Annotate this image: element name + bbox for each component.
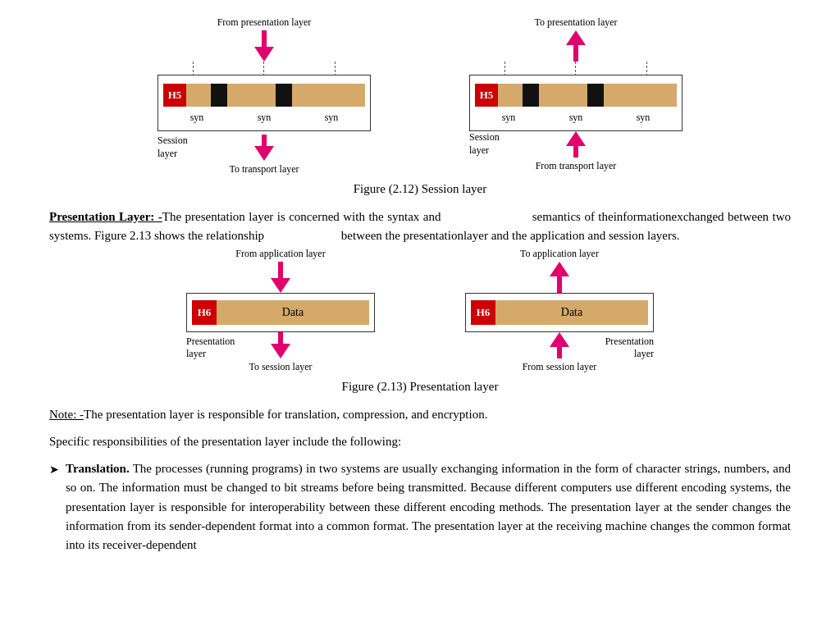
packet-box-left: H5 syn syn syn (158, 75, 371, 131)
arrow-down-left (254, 47, 274, 62)
bottom-area-left: Sessionlayer To transport layer (158, 135, 371, 176)
syn-label-2-left: syn (258, 112, 272, 124)
tan-block2-right (539, 84, 587, 107)
from-transport-label-right: From transport layer (469, 160, 682, 172)
bottom-area-right: Sessionlayer From transport layer (469, 131, 682, 172)
pres-bottom-left: Presentationlayer To session layer (186, 332, 375, 373)
to-transport-label-left: To transport layer (158, 163, 371, 176)
tan-block2-left (227, 84, 276, 107)
from-presentation-label-left: From presentation layer (217, 16, 312, 29)
black-block-left-1 (211, 84, 227, 107)
pres-arrow-stem-up-right (557, 276, 562, 293)
note-text-body: The presentation layer is responsible fo… (84, 408, 487, 421)
pres-arrow-up-right-bottom (550, 332, 569, 358)
session-layer-label-left: Sessionlayer (158, 135, 188, 160)
bullet-text-translation: The processes (running programs) in two … (66, 462, 791, 551)
from-session-label-right: From session layer (465, 361, 654, 373)
presentation-layer-label: Presentation Layer: - (49, 210, 162, 223)
bullet-title-translation: Translation. (66, 462, 130, 475)
syn-row-right: syn syn syn (475, 112, 677, 124)
bullet-arrow-icon: ➤ (49, 461, 59, 479)
pres-packet-box-right: H6 Data (465, 293, 654, 332)
to-session-label-left: To session layer (186, 361, 375, 373)
pres-packet-inner-left: H6 Data (192, 300, 369, 325)
h6-block-left: H6 (192, 300, 217, 325)
syn-label-1-left: syn (190, 112, 204, 124)
figure-2-12-caption: Figure (2.12) Session layer (49, 182, 791, 196)
to-app-label-right: To application layer (520, 248, 599, 260)
syn-label-1-right: syn (502, 112, 516, 124)
pres-diagrams-row: From application layer H6 Data Presentat… (49, 248, 791, 373)
bullet-section: ➤ Translation. The processes (running pr… (49, 459, 791, 555)
pres-diagram-left: From application layer H6 Data Presentat… (166, 248, 395, 373)
pres-arrow-down-left-bottom (271, 332, 290, 358)
session-layer-label-right: Sessionlayer (469, 131, 500, 157)
pres-bottom-right: Presentationlayer From session layer (465, 332, 654, 373)
arrow-up-right-bottom (566, 131, 586, 158)
tan-block3-right (604, 84, 677, 107)
pres-packet-box-left: H6 Data (186, 293, 375, 332)
pres-arrow-stem-down-left (278, 262, 283, 278)
session-diagrams-row: From presentation layer H5 syn (49, 16, 791, 176)
syn-row-left: syn syn syn (163, 112, 365, 124)
packet-box-right: H5 syn syn syn (469, 75, 682, 131)
syn-label-3-left: syn (325, 112, 339, 124)
pres-layer-label-left: Presentationlayer (186, 336, 235, 361)
presentation-layer-section: Presentation Layer: -The presentation la… (49, 208, 791, 246)
note-paragraph: Note: -The presentation layer is respons… (49, 405, 791, 424)
arrow-stem-down-left (262, 30, 267, 47)
session-diagram-left: From presentation layer H5 syn (133, 16, 395, 176)
data-block-left: Data (217, 300, 369, 325)
arrow-up-right (566, 30, 586, 45)
syn-label-3-right: syn (637, 112, 651, 124)
syn-label-2-right: syn (569, 112, 583, 124)
tan-block3-left (292, 84, 365, 107)
arrow-stem-down-left2 (254, 135, 274, 161)
note-label: Note: - (49, 408, 84, 421)
pres-packet-inner-right: H6 Data (471, 300, 648, 325)
tan-block-left (186, 84, 211, 107)
pres-arrow-down-left (271, 278, 290, 293)
black-block-right-2 (587, 84, 604, 107)
pres-diagram-right: To application layer H6 Data Presentatio… (445, 248, 674, 373)
tan-block-right (498, 84, 523, 107)
bullet-content-translation: Translation. The processes (running prog… (66, 459, 791, 555)
specific-responsibilities: Specific responsibilities of the present… (49, 432, 791, 451)
h6-block-right: H6 (471, 300, 495, 325)
bullet-item-translation: ➤ Translation. The processes (running pr… (49, 459, 791, 555)
to-presentation-label-right: To presentation layer (534, 16, 617, 29)
packet-inner-left: H5 (163, 82, 365, 108)
pres-layer-label-right: Presentationlayer (605, 336, 654, 361)
session-diagram-right: To presentation layer H5 syn (445, 16, 707, 176)
arrow-stem-up-right (573, 45, 578, 62)
data-block-right: Data (495, 300, 648, 325)
figure-2-13-caption: Figure (2.13) Presentation layer (49, 380, 791, 394)
page-content: From presentation layer H5 syn (49, 16, 791, 555)
black-block-left-2 (276, 84, 292, 107)
black-block-right-1 (523, 84, 539, 107)
packet-inner-right: H5 (475, 82, 677, 108)
h5-block-left: H5 (163, 84, 186, 107)
h5-block-right: H5 (475, 84, 498, 107)
from-app-label-left: From application layer (235, 248, 325, 260)
pres-arrow-up-right (550, 262, 569, 276)
